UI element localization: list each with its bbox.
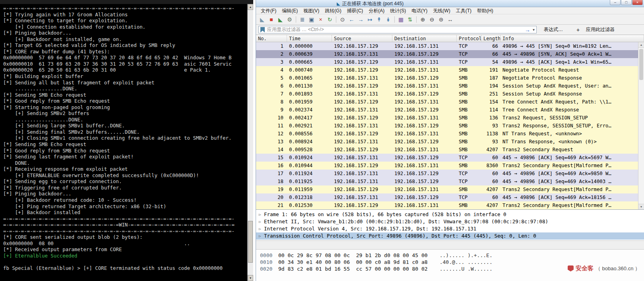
packet-row[interactable]: 170.011924192.168.157.131192.168.157.129… — [256, 170, 644, 178]
packet-no: 1 — [256, 42, 287, 50]
scroll-down-icon[interactable]: ▼ — [248, 275, 253, 281]
maximize-button[interactable]: □ — [621, 0, 632, 5]
zoom-1to1-icon[interactable]: ⊜ — [436, 15, 446, 23]
packet-row[interactable]: 80.001959192.168.157.129192.168.157.131S… — [256, 98, 644, 106]
terminal-line: 0x00000000 08 00 .. — [3, 240, 247, 247]
menu-capture[interactable]: 捕获(C) — [344, 7, 366, 14]
packet-row[interactable]: 200.012318192.168.157.131192.168.157.129… — [256, 193, 644, 201]
terminal-line: [*] Triggering free of corrupted buffer. — [3, 185, 247, 191]
zoom-in-icon[interactable]: ⊕ — [418, 15, 427, 23]
packet-row[interactable]: 120.008556192.168.157.129192.168.157.131… — [256, 130, 644, 138]
packet-row[interactable]: 40.000740192.168.157.129192.168.157.131S… — [256, 66, 644, 74]
close-file-icon[interactable]: × — [316, 15, 325, 23]
expression-button[interactable]: 表达式… — [544, 26, 563, 33]
terminal-titlebar[interactable] — [0, 0, 253, 4]
packet-row[interactable]: 110.002921192.168.157.131192.168.157.129… — [256, 122, 644, 130]
terminal-scrollbar-thumb[interactable] — [248, 221, 253, 263]
wireshark-titlebar[interactable]: ◣ 正在捕获 本地连接 (port 445) – □ × — [256, 0, 644, 7]
go-back-icon[interactable]: ← — [347, 15, 356, 23]
pane-splitter[interactable] — [256, 240, 644, 250]
scroll-up-icon[interactable]: ▲ — [248, 4, 253, 10]
packet-row[interactable]: 70.001893192.168.157.131192.168.157.129S… — [256, 90, 644, 98]
terminal-scrollbar[interactable]: ▲ ▼ — [247, 4, 253, 281]
packet-row[interactable]: 100.002417192.168.157.129192.168.157.131… — [256, 114, 644, 122]
packet-row[interactable]: 20.000639192.168.157.131192.168.157.129T… — [256, 50, 644, 58]
packet-row[interactable]: 50.001065192.168.157.131192.168.157.129S… — [256, 74, 644, 82]
minimize-button[interactable]: – — [610, 0, 621, 5]
packet-len: 60 — [481, 154, 500, 162]
filter-dropdown-icon[interactable]: ▾ — [533, 27, 535, 32]
terminal-line — [3, 259, 247, 265]
detail-row[interactable]: ▷Frame 1: 66 bytes on wire (528 bits), 6… — [256, 211, 644, 218]
hex-bytes: 00 0c 29 8c 97 08 00 0c 29 b1 2b d0 08 0… — [278, 252, 428, 258]
capture-options-icon[interactable]: ⚙ — [285, 15, 294, 23]
display-filter-input[interactable]: 应用显示过滤器 … <Ctrl-/> → ▾ — [258, 26, 537, 33]
go-first-icon[interactable]: ↟ — [374, 15, 384, 23]
expand-triangle-icon[interactable]: ▷ — [259, 225, 264, 232]
column-header[interactable]: Protocol — [457, 35, 481, 42]
packet-row[interactable]: 130.008924192.168.157.131192.168.157.129… — [256, 138, 644, 146]
reload-icon[interactable]: ↻ — [325, 15, 334, 23]
filter-bookmark-icon[interactable] — [260, 27, 265, 33]
terminal-line: [*] Sending SMB Echo request — [3, 92, 247, 98]
column-header[interactable]: Length — [481, 35, 500, 42]
packet-row[interactable]: 150.010924192.168.157.131192.168.157.129… — [256, 154, 644, 162]
menu-tools[interactable]: 工具(T) — [453, 7, 474, 14]
apply-this-filter-button[interactable]: 应用此过滤器 — [586, 26, 615, 33]
menu-wireless[interactable]: 无线(W) — [430, 7, 453, 14]
go-forward-icon[interactable]: → — [356, 15, 365, 23]
go-to-packet-icon[interactable]: ↦ — [365, 15, 374, 23]
terminal-window[interactable]: =-=-=-=-=-=-=-=-=-=-=-=-=-=-=-=-=-=-=-=-… — [0, 0, 253, 281]
expand-triangle-icon[interactable]: ▷ — [259, 211, 264, 218]
packet-info: Negotiate Protocol Request — [500, 66, 644, 74]
column-header[interactable]: Time — [287, 35, 332, 42]
menu-edit[interactable]: 编辑(E) — [279, 7, 301, 14]
colorize-icon[interactable]: ▦ — [396, 15, 405, 23]
menu-analyze[interactable]: 分析(A) — [366, 7, 387, 14]
detail-row[interactable]: ▷Transmission Control Protocol, Src Port… — [256, 232, 644, 240]
column-header[interactable]: No. — [256, 35, 287, 42]
zoom-out-icon[interactable]: ⊖ — [427, 15, 436, 23]
scroll-down-icon[interactable]: ▼ — [638, 204, 644, 209]
resize-columns-icon[interactable]: ↔ — [446, 15, 455, 23]
expand-triangle-icon[interactable]: ▷ — [259, 218, 264, 225]
detail-row[interactable]: ▷Ethernet II, Src: Vmware_b1:2b:d0 (00:0… — [256, 218, 644, 225]
packet-row[interactable]: 90.002374192.168.157.131192.168.157.129S… — [256, 106, 644, 114]
menu-help[interactable]: 帮助(H) — [474, 7, 496, 14]
packet-row[interactable]: 140.009528192.168.157.129192.168.157.131… — [256, 146, 644, 154]
expand-triangle-icon[interactable]: ▷ — [259, 232, 264, 240]
hex-row[interactable]: 000000 0c 29 8c 97 08 00 0c 29 b1 2b d0 … — [260, 252, 644, 259]
column-header[interactable]: Destination — [392, 35, 457, 42]
menu-view[interactable]: 视图(V) — [301, 7, 322, 14]
go-last-icon[interactable]: ↡ — [384, 15, 393, 23]
packet-row[interactable]: 180.011925192.168.157.131192.168.157.129… — [256, 178, 644, 185]
stop-capture-icon[interactable]: ■ — [267, 15, 276, 23]
menu-go[interactable]: 跳转(G) — [322, 7, 344, 14]
packet-row[interactable]: 30.000665192.168.157.129192.168.157.131T… — [256, 58, 644, 66]
packet-row[interactable]: 60.001130192.168.157.129192.168.157.131S… — [256, 82, 644, 90]
save-file-icon[interactable]: ▣ — [307, 15, 316, 23]
packet-scrollbar-thumb[interactable] — [639, 49, 643, 80]
packet-row[interactable]: 160.010944192.168.157.129192.168.157.131… — [256, 162, 644, 170]
menu-telephony[interactable]: 电话(Y) — [409, 7, 430, 14]
restart-capture-icon[interactable]: ◣ — [276, 15, 285, 23]
packet-row[interactable]: 10.000000192.168.157.129192.168.157.131T… — [256, 42, 644, 50]
add-filter-button[interactable]: + — [575, 27, 581, 33]
find-packet-icon[interactable]: ⊙ — [338, 15, 347, 23]
menu-file[interactable]: 文件(F) — [258, 7, 279, 14]
detail-row[interactable]: ▷Internet Protocol Version 4, Src: 192.1… — [256, 225, 644, 232]
auto-scroll-icon[interactable]: ⇅ — [405, 15, 415, 23]
open-file-icon[interactable]: ≣ — [298, 15, 307, 23]
packet-row[interactable]: 210.012530192.168.157.129192.168.157.131… — [256, 201, 644, 209]
start-capture-icon[interactable]: ◣ — [258, 15, 267, 23]
terminal-output[interactable]: =-=-=-=-=-=-=-=-=-=-=-=-=-=-=-=-=-=-=-=-… — [0, 4, 247, 281]
menu-statistics[interactable]: 统计(S) — [387, 7, 409, 14]
packet-list-scrollbar[interactable]: ▲ ▼ — [638, 42, 644, 209]
packet-row[interactable]: 190.011959192.168.157.129192.168.157.131… — [256, 185, 644, 193]
packet-time: 0.008556 — [287, 130, 332, 138]
apply-filter-arrow-icon[interactable]: → — [525, 27, 530, 33]
column-header[interactable]: Source — [332, 35, 392, 42]
column-header[interactable]: Info — [500, 35, 644, 42]
scroll-up-icon[interactable]: ▲ — [638, 42, 644, 48]
close-button[interactable]: × — [632, 0, 643, 5]
